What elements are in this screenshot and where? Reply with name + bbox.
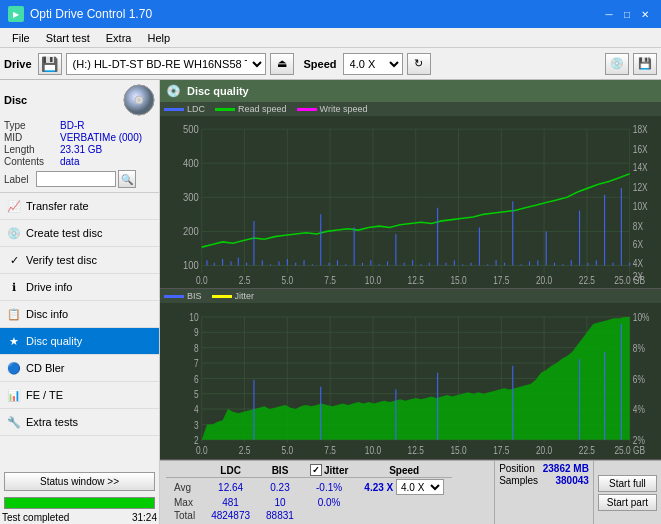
nav-extra-tests[interactable]: 🔧 Extra tests bbox=[0, 409, 159, 436]
disc-length-val: 23.31 GB bbox=[60, 144, 102, 155]
svg-text:12.5: 12.5 bbox=[408, 274, 424, 286]
svg-text:0.0: 0.0 bbox=[196, 444, 208, 456]
col-jitter-spacer: ✓ Jitter bbox=[302, 463, 356, 478]
nav-transfer-rate[interactable]: 📈 Transfer rate bbox=[0, 193, 159, 220]
nav-create-test-disc[interactable]: 💿 Create test disc bbox=[0, 220, 159, 247]
ldc-legend-label: LDC bbox=[187, 104, 205, 114]
disc-type-key: Type bbox=[4, 120, 60, 131]
nav-drive-info[interactable]: ℹ Drive info bbox=[0, 274, 159, 301]
svg-text:10%: 10% bbox=[633, 311, 650, 323]
stats-table: LDC BIS ✓ Jitter Speed Avg bbox=[160, 461, 494, 524]
nav-verify-test-disc[interactable]: ✓ Verify test disc bbox=[0, 247, 159, 274]
drive-select[interactable]: (H:) HL-DT-ST BD-RE WH16NS58 TST4 bbox=[66, 53, 266, 75]
avg-speed-val: 4.23 X bbox=[364, 482, 393, 493]
svg-point-3 bbox=[137, 98, 141, 102]
disc-quality-header-icon: 💿 bbox=[166, 84, 181, 98]
nav-transfer-rate-label: Transfer rate bbox=[26, 200, 89, 212]
jitter-check-label: Jitter bbox=[324, 465, 348, 476]
ldc-legend-color bbox=[164, 108, 184, 111]
minimize-button[interactable]: ─ bbox=[601, 6, 617, 22]
avg-label: Avg bbox=[166, 478, 203, 497]
disc-length-key: Length bbox=[4, 144, 60, 155]
menu-help[interactable]: Help bbox=[139, 31, 178, 45]
close-button[interactable]: ✕ bbox=[637, 6, 653, 22]
stats-avg-row: Avg 12.64 0.23 -0.1% 4.23 X 4.0 X bbox=[166, 478, 452, 497]
total-label: Total bbox=[166, 509, 203, 522]
start-full-button[interactable]: Start full bbox=[598, 475, 657, 492]
speed-label: Speed bbox=[304, 58, 337, 70]
jitter-checkbox[interactable]: ✓ bbox=[310, 464, 322, 476]
menu-start-test[interactable]: Start test bbox=[38, 31, 98, 45]
status-text-row: Test completed 31:24 bbox=[0, 511, 159, 524]
svg-text:8: 8 bbox=[194, 342, 199, 354]
avg-speed: 4.23 X 4.0 X bbox=[356, 478, 452, 497]
nav-disc-info[interactable]: 📋 Disc info bbox=[0, 301, 159, 328]
disc-label-key: Label bbox=[4, 174, 34, 185]
position-label: Position bbox=[499, 463, 535, 474]
svg-text:25.0 GB: 25.0 GB bbox=[614, 444, 645, 456]
max-speed-spacer bbox=[356, 496, 452, 509]
disc-quality-icon: ★ bbox=[6, 333, 22, 349]
eject-button[interactable]: ⏏ bbox=[270, 53, 294, 75]
svg-text:25.0 GB: 25.0 GB bbox=[614, 274, 645, 286]
nav-items: 📈 Transfer rate 💿 Create test disc ✓ Ver… bbox=[0, 193, 159, 468]
col-speed-label: Speed bbox=[356, 463, 452, 478]
avg-bis: 0.23 bbox=[258, 478, 302, 497]
speed-select-inline[interactable]: 4.0 X bbox=[396, 479, 444, 495]
menu-extra[interactable]: Extra bbox=[98, 31, 140, 45]
ldc-legend: LDC bbox=[164, 104, 205, 114]
save-button[interactable]: 💾 bbox=[633, 53, 657, 75]
svg-text:5.0: 5.0 bbox=[282, 444, 294, 456]
status-window-btn[interactable]: Status window >> bbox=[4, 472, 155, 491]
svg-text:22.5: 22.5 bbox=[579, 444, 596, 456]
nav-disc-quality-label: Disc quality bbox=[26, 335, 82, 347]
disc-label-row: Label 🔍 bbox=[4, 170, 155, 188]
nav-disc-quality[interactable]: ★ Disc quality bbox=[0, 328, 159, 355]
nav-cd-bler[interactable]: 🔵 CD Bler bbox=[0, 355, 159, 382]
start-part-button[interactable]: Start part bbox=[598, 494, 657, 511]
svg-text:10.0: 10.0 bbox=[365, 274, 381, 286]
charts-area: LDC Read speed Write speed bbox=[160, 102, 661, 460]
chart1-container: LDC Read speed Write speed bbox=[160, 102, 661, 289]
nav-fe-te[interactable]: 📊 FE / TE bbox=[0, 382, 159, 409]
svg-text:17.5: 17.5 bbox=[493, 444, 510, 456]
chart1-svg: 500 400 300 200 100 18X 16X 14X 12X 10X … bbox=[160, 116, 661, 286]
svg-text:100: 100 bbox=[183, 258, 199, 271]
fe-te-icon: 📊 bbox=[6, 387, 22, 403]
bis-legend-label: BIS bbox=[187, 291, 202, 301]
stats-row: LDC BIS ✓ Jitter Speed Avg bbox=[160, 461, 661, 524]
chart2-svg: 10 9 8 7 6 5 4 3 2 10% 8% 6% bbox=[160, 303, 661, 457]
menu-file[interactable]: File bbox=[4, 31, 38, 45]
svg-text:16X: 16X bbox=[633, 143, 648, 155]
read-speed-legend-color bbox=[215, 108, 235, 111]
svg-text:4X: 4X bbox=[633, 257, 644, 269]
disc-label-btn[interactable]: 🔍 bbox=[118, 170, 136, 188]
jitter-legend: Jitter bbox=[212, 291, 255, 301]
svg-text:400: 400 bbox=[183, 156, 199, 169]
speed-select[interactable]: 4.0 X bbox=[343, 53, 403, 75]
bis-legend: BIS bbox=[164, 291, 202, 301]
svg-text:2.5: 2.5 bbox=[239, 444, 251, 456]
svg-text:10.0: 10.0 bbox=[365, 444, 382, 456]
titlebar-left: ▶ Opti Drive Control 1.70 bbox=[8, 6, 152, 22]
maximize-button[interactable]: □ bbox=[619, 6, 635, 22]
svg-text:500: 500 bbox=[183, 122, 199, 135]
svg-text:8X: 8X bbox=[633, 220, 644, 232]
max-jitter: 0.0% bbox=[302, 496, 356, 509]
sidebar: Disc Type BD-R bbox=[0, 80, 160, 524]
col-ldc: LDC bbox=[203, 463, 258, 478]
disc-button[interactable]: 💿 bbox=[605, 53, 629, 75]
avg-jitter: -0.1% bbox=[302, 478, 356, 497]
drive-icon-btn[interactable]: 💾 bbox=[38, 53, 62, 75]
svg-text:5.0: 5.0 bbox=[282, 274, 294, 286]
svg-text:20.0: 20.0 bbox=[536, 274, 552, 286]
total-speed-spacer bbox=[356, 509, 452, 522]
disc-contents-val: data bbox=[60, 156, 79, 167]
svg-text:6: 6 bbox=[194, 373, 199, 385]
write-speed-legend-label: Write speed bbox=[320, 104, 368, 114]
refresh-button[interactable]: ↻ bbox=[407, 53, 431, 75]
jitter-legend-color bbox=[212, 295, 232, 298]
status-text: Test completed bbox=[2, 512, 69, 523]
disc-mid-row: MID VERBATIMe (000) bbox=[4, 132, 155, 143]
disc-label-input[interactable] bbox=[36, 171, 116, 187]
